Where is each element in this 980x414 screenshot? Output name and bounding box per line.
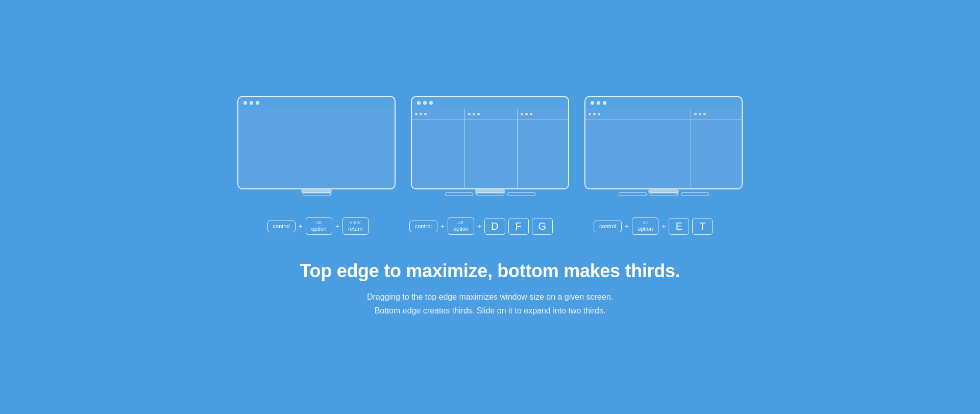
screen-thirds — [411, 96, 569, 196]
key-option-3: alt option — [632, 217, 658, 235]
key-top-option-2: alt — [458, 220, 463, 226]
traffic-lights-3 — [591, 101, 606, 105]
dot-7 — [591, 101, 594, 105]
monitor-inner-2 — [412, 97, 568, 188]
pane-2a — [412, 109, 465, 188]
pane-title-3b — [691, 109, 742, 119]
screen-content-3 — [585, 109, 742, 188]
pane-dots-2a — [415, 113, 427, 115]
key-main-option-2: option — [453, 226, 469, 232]
key-control-2: control — [409, 221, 437, 232]
pane-dots-3b — [694, 113, 706, 115]
screen-content-2 — [412, 109, 568, 188]
monitor-inner-1 — [238, 97, 395, 188]
handle-tab-3c — [681, 192, 709, 196]
key-label-control-3: control — [599, 223, 616, 230]
screen-two-thirds — [584, 96, 743, 196]
subtext-line1: Dragging to the top edge maximizes windo… — [367, 293, 613, 301]
monitor-1 — [237, 96, 396, 189]
plus-4: + — [477, 222, 481, 230]
text-section: Top edge to maximize, bottom makes third… — [300, 260, 680, 318]
pane-title-2c — [518, 109, 568, 119]
title-bar-2 — [412, 97, 568, 109]
subtext: Dragging to the top edge maximizes windo… — [300, 290, 680, 318]
key-d: D — [484, 218, 505, 235]
plus-6: + — [662, 222, 666, 230]
pane-3-wide — [585, 109, 691, 188]
screen-single — [237, 96, 396, 196]
pane-title-2b — [465, 109, 518, 119]
key-g: G — [532, 218, 553, 235]
dot-1 — [243, 101, 247, 105]
plus-1: + — [299, 222, 303, 230]
dot-8 — [597, 101, 600, 105]
title-bar-1 — [238, 97, 395, 109]
screen-content-1 — [238, 109, 395, 188]
key-label-control-1: control — [273, 223, 290, 230]
traffic-lights-1 — [243, 101, 259, 105]
pane-body-2b — [465, 119, 518, 188]
key-return-1: enter return — [342, 217, 369, 235]
monitor-2 — [411, 96, 569, 189]
key-top-option-3: alt — [643, 220, 648, 226]
monitor-inner-3 — [585, 97, 742, 188]
dot-3 — [256, 101, 259, 105]
dot-4 — [417, 101, 421, 105]
screens-row — [237, 96, 743, 196]
key-label-control-2: control — [415, 223, 432, 230]
subtext-line2: Bottom edge creates thirds. Slide on it … — [375, 306, 606, 315]
plus-3: + — [440, 222, 445, 230]
plus-5: + — [625, 222, 629, 230]
pane-2c — [518, 109, 568, 188]
pane-title-2a — [412, 109, 464, 119]
pane-dots-3a — [589, 113, 600, 115]
shortcut-group-2: control + alt option + D F G — [409, 217, 553, 235]
handle-tab-3a — [619, 192, 647, 196]
key-top-option-1: alt — [316, 220, 322, 226]
key-f: F — [508, 218, 529, 235]
dot-6 — [429, 101, 433, 105]
traffic-lights-2 — [417, 101, 433, 105]
handle-tab-2a — [445, 192, 473, 196]
pane-dots-2b — [468, 113, 480, 115]
handle-tab-2c — [507, 192, 535, 196]
key-label-f: F — [515, 221, 521, 232]
key-e: E — [669, 218, 689, 235]
pane-dots-2c — [521, 113, 532, 115]
key-label-e: E — [676, 221, 682, 232]
key-t: T — [692, 218, 713, 235]
pane-title-3a — [585, 109, 691, 119]
key-main-option-1: option — [311, 226, 327, 232]
key-label-d: D — [491, 221, 498, 232]
dot-5 — [423, 101, 427, 105]
pane-3-narrow — [691, 109, 742, 188]
key-control-1: control — [267, 221, 296, 232]
key-top-return-1: enter — [350, 220, 361, 226]
key-main-option-3: option — [638, 226, 653, 232]
shortcut-group-3: control + alt option + E T — [594, 217, 713, 235]
main-container: control + alt option + enter return cont… — [158, 96, 822, 318]
key-control-3: control — [594, 221, 622, 232]
key-main-return-1: return — [348, 226, 363, 232]
shortcut-group-1: control + alt option + enter return — [267, 217, 369, 235]
key-label-t: T — [699, 221, 705, 232]
pane-body-2c — [518, 119, 568, 188]
key-label-g: G — [538, 221, 547, 232]
shortcuts-row: control + alt option + enter return cont… — [267, 217, 713, 235]
plus-2: + — [335, 222, 339, 230]
pane-body-2a — [412, 119, 464, 188]
title-bar-3 — [585, 97, 742, 109]
key-option-2: alt option — [448, 217, 474, 235]
pane-2b — [465, 109, 518, 188]
dot-9 — [603, 101, 606, 105]
headline: Top edge to maximize, bottom makes third… — [300, 260, 680, 282]
dot-2 — [250, 101, 253, 105]
key-option-1: alt option — [306, 217, 332, 235]
monitor-3 — [584, 96, 743, 189]
